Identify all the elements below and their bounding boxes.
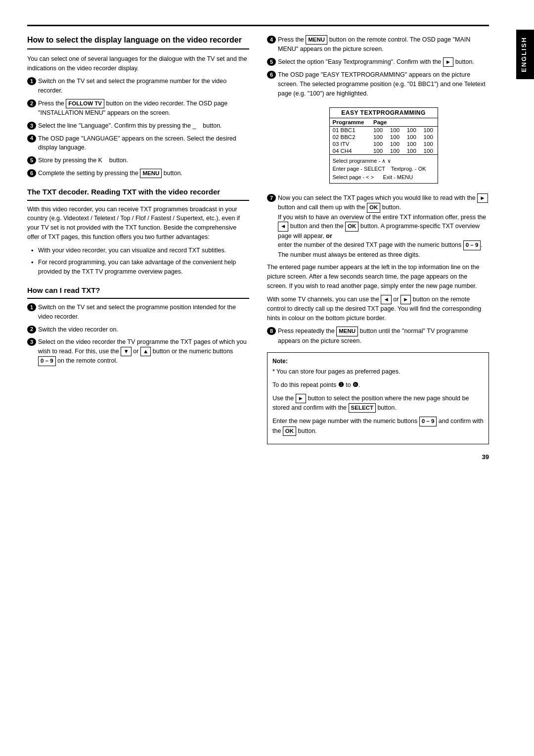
table-row: 01 BBC1100100100100 [330, 126, 438, 134]
bullet-text-1: With your video recorder, you can visual… [38, 246, 226, 255]
section1-title: How to select the display language on th… [27, 35, 249, 49]
step-text: Select the option "Easy Textprogramming"… [278, 57, 489, 67]
step-1-4: 4 The OSD page ''LANGUAGE'' appears on t… [27, 134, 249, 153]
step-num: 8 [267, 327, 276, 335]
step-1-1: 1 Switch on the TV set and select the pr… [27, 77, 249, 95]
note-line-1: * You can store four pages as preferred … [272, 367, 484, 377]
table-footer: Select programme - ∧ ∨ Enter page - SELE… [330, 154, 438, 184]
step-text: The OSD page ''LANGUAGE'' appears on the… [38, 134, 249, 153]
up-button: ▲ [140, 347, 151, 356]
note-line-3: Use the ► button to select the position … [272, 394, 484, 413]
menu-button: MENU [306, 35, 327, 45]
step-text: Select on the video recorder the TV prog… [38, 337, 249, 366]
step-r-7: 7 Now you can select the TXT pages which… [267, 193, 489, 259]
right-column: 4 Press the MENU button on the remote co… [267, 35, 489, 444]
section3-title: How can I read TXT? [27, 285, 249, 299]
step-text: Switch on the TV set and select the prog… [38, 77, 249, 95]
step-r-8: 8 Press repeatedly the MENU button until… [267, 327, 489, 345]
section1-intro: You can select one of several languages … [27, 54, 249, 73]
step-num: 2 [27, 99, 36, 107]
step-1-3: 3 Select the line ''Language''. Confirm … [27, 121, 249, 131]
step-text: Press the MENU button on the remote cont… [278, 35, 489, 54]
step-1-5: 5 Store by pressing the K button. [27, 156, 249, 165]
table-row: 03 ITV100100100100 [330, 141, 438, 147]
play-button3: ► [296, 394, 306, 403]
step-text: Store by pressing the K button. [38, 156, 249, 165]
rewind-button: ◄ [278, 222, 288, 231]
note-label: Note: [272, 357, 484, 366]
step-text: Switch the video recorder on. [38, 325, 249, 334]
play-button: ► [443, 57, 453, 67]
note-line-4: Enter the new page number with the numer… [272, 417, 484, 436]
bullet-item-2: • For record programming, you can take a… [31, 258, 249, 277]
down-button: ▼ [121, 347, 131, 356]
left-column: How to select the display language on th… [27, 35, 249, 444]
step-num: 4 [27, 135, 36, 142]
bullet-item-1: • With your video recorder, you can visu… [31, 246, 249, 256]
step-num: 1 [27, 303, 36, 311]
step-num: 5 [267, 58, 276, 66]
bullet-text-2: For record programming, you can take adv… [38, 258, 249, 277]
step-num: 4 [267, 36, 276, 44]
section2-title: The TXT decoder. Reading TXT with the vi… [27, 187, 249, 201]
play-button2: ► [400, 295, 411, 304]
step-3-1: 1 Switch on the TV set and select the pr… [27, 303, 249, 322]
step-num: 1 [27, 77, 36, 85]
ok-button2: OK [345, 222, 358, 231]
table-row: 02 BBC2100100100100 [330, 134, 438, 141]
page-number: 39 [27, 453, 489, 461]
step-num: 6 [27, 169, 36, 177]
step-text: Press repeatedly the MENU button until t… [278, 327, 489, 345]
step-num: 7 [267, 194, 276, 202]
table-header-programme: Programme [330, 118, 370, 127]
table-row: 04 CH4100100100100 [330, 147, 438, 154]
step-text: Select the line ''Language''. Confirm th… [38, 121, 249, 131]
step-r-6: 6 The OSD page "EASY TEXTPROGRAMMING" ap… [267, 70, 489, 98]
mid-para-1: The entered page number appears at the l… [267, 263, 489, 290]
play-button: ► [477, 193, 488, 203]
table-title: EASY TEXTPROGRAMMING [330, 108, 438, 118]
select-button: SELECT [349, 403, 376, 413]
step-num: 3 [27, 122, 36, 130]
step-r-4: 4 Press the MENU button on the remote co… [267, 35, 489, 54]
numeric-buttons: 0 – 9 [38, 356, 56, 366]
step-1-2: 2 Press the FOLLOW TV button on the vide… [27, 99, 249, 118]
step-num: 2 [27, 326, 36, 333]
section2-bullets: • With your video recorder, you can visu… [31, 246, 249, 277]
ok-button: OK [367, 203, 380, 212]
step-text: Now you can select the TXT pages which y… [278, 193, 489, 259]
step-num: 5 [27, 156, 36, 164]
step-1-6: 6 Complete the setting by pressing the M… [27, 169, 249, 178]
note-box: Note: * You can store four pages as pref… [267, 352, 489, 444]
numeric-buttons2: 0 – 9 [419, 417, 437, 426]
note-line-2: To do this repeat points ❶ to ❻. [272, 380, 484, 390]
step-3-3: 3 Select on the video recorder the TV pr… [27, 337, 249, 366]
follow-tv-button: FOLLOW TV [66, 99, 104, 108]
step-num: 6 [267, 71, 276, 79]
easy-textprogramming-table: EASY TEXTPROGRAMMING Programme Page 01 B… [329, 107, 438, 184]
table-header-page: Page [370, 118, 438, 127]
step-text: Switch on the TV set and select the prog… [38, 303, 249, 322]
step-text: Complete the setting by pressing the MEN… [38, 169, 249, 178]
step-r-5: 5 Select the option "Easy Textprogrammin… [267, 57, 489, 67]
sidebar-label: ENGLISH [520, 37, 528, 72]
english-sidebar: ENGLISH [516, 30, 534, 79]
step-3-2: 2 Switch the video recorder on. [27, 325, 249, 334]
section2-intro: With this video recorder, you can receiv… [27, 205, 249, 242]
menu-button: MENU [140, 169, 162, 178]
step-text: Press the FOLLOW TV button on the video … [38, 99, 249, 118]
mid-para-2: With some TV channels, you can use the ◄… [267, 295, 489, 323]
numeric-buttons: 0 – 9 [463, 240, 481, 250]
rewind-button2: ◄ [381, 295, 391, 304]
ok-button3: OK [283, 426, 296, 436]
step-num: 3 [27, 338, 36, 346]
step-text: The OSD page "EASY TEXTPROGRAMMING" appe… [278, 70, 489, 98]
menu-button2: MENU [336, 327, 358, 336]
